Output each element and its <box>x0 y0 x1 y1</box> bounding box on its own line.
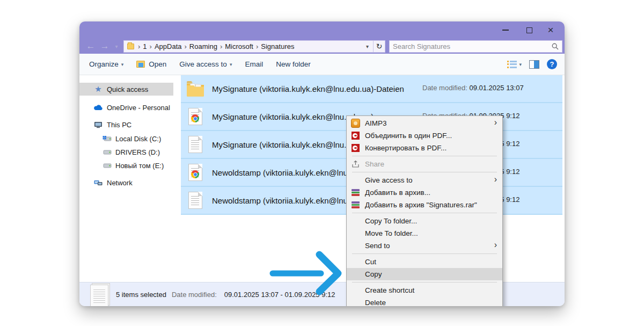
menu-item-copy[interactable]: Copy <box>347 268 502 280</box>
dropdown-arrow-icon: ▾ <box>230 62 232 67</box>
refresh-icon: ↻ <box>376 42 383 50</box>
change-view-button[interactable]: ▾ <box>507 60 522 69</box>
menu-item-label: Share <box>365 160 384 168</box>
computer-icon <box>93 121 103 128</box>
open-label: Open <box>149 60 166 68</box>
pdf-tool-icon <box>352 144 360 152</box>
breadcrumb-segment-appdata[interactable]: AppData <box>152 42 184 50</box>
address-bar[interactable]: › 1 › AppData › Roaming › Microsoft › Si… <box>123 40 374 53</box>
open-button[interactable]: Open <box>130 54 173 75</box>
close-icon: × <box>547 24 553 36</box>
sidebar-item-network[interactable]: Network <box>79 176 133 189</box>
view-controls: ▾ ? <box>507 59 565 69</box>
breadcrumb-segment-microsoft[interactable]: Microsoft <box>223 42 255 50</box>
menu-item-label: Send to <box>365 242 390 250</box>
menu-item-delete[interactable]: Delete <box>347 296 502 306</box>
menu-item-send-to[interactable]: Send to › <box>347 240 502 252</box>
status-date-label: Date modified: <box>172 291 217 299</box>
help-icon[interactable]: ? <box>547 59 557 69</box>
email-button[interactable]: Email <box>238 54 269 75</box>
menu-separator <box>352 253 497 254</box>
sidebar-item-quick-access[interactable]: ★ Quick access <box>79 83 173 96</box>
sidebar-item-onedrive[interactable]: OneDrive - Personal <box>79 101 170 114</box>
address-dropdown-icon[interactable]: ▾ <box>364 44 371 49</box>
give-access-label: Give access to <box>179 60 227 68</box>
window-chrome: × ← → ▾ › 1 › AppData › Roaming › Micros… <box>79 21 565 54</box>
forward-icon[interactable]: → <box>98 41 112 52</box>
menu-item-label: AIMP3 <box>365 119 387 127</box>
maximize-icon <box>526 27 532 33</box>
menu-item-label: Delete <box>365 299 386 306</box>
menu-item-label: Copy To folder... <box>365 217 417 225</box>
menu-item-label: Give access to <box>365 176 413 184</box>
breadcrumb-segment-roaming[interactable]: Roaming <box>187 42 219 50</box>
search-input[interactable] <box>393 42 552 50</box>
back-icon[interactable]: ← <box>84 41 98 52</box>
menu-separator <box>352 213 497 213</box>
titlebar[interactable]: × <box>79 21 565 39</box>
sidebar-item-drivers-d[interactable]: DRIVERS (D:) <box>79 146 160 158</box>
menu-item-move-to-folder[interactable]: Move To folder... <box>347 227 502 240</box>
new-folder-label: New folder <box>276 60 311 68</box>
menu-item-copy-to-folder[interactable]: Copy To folder... <box>347 215 502 227</box>
navigation-sidebar: ★ Quick access OneDrive - Personal This … <box>79 75 177 282</box>
menu-item-give-access-to[interactable]: Give access to › <box>347 174 502 186</box>
submenu-arrow-icon: › <box>494 118 497 127</box>
minimize-icon <box>502 30 509 31</box>
menu-item-label: Конвертировать в PDF... <box>365 144 447 152</box>
sidebar-item-local-disk-c[interactable]: Local Disk (C:) <box>79 132 161 145</box>
aimp-icon <box>351 119 360 128</box>
menu-item-cut[interactable]: Cut <box>347 256 502 268</box>
preview-pane-icon[interactable] <box>529 60 539 69</box>
cloud-icon <box>93 105 103 111</box>
share-icon <box>351 160 360 169</box>
submenu-arrow-icon: › <box>494 240 497 250</box>
menu-separator <box>352 156 497 156</box>
refresh-button[interactable]: ↻ <box>374 40 385 53</box>
sidebar-item-label: Network <box>107 179 133 187</box>
close-button[interactable]: × <box>539 21 562 39</box>
windows-drive-icon <box>102 135 112 142</box>
organize-button[interactable]: Organize ▾ <box>83 54 130 75</box>
menu-item-create-shortcut[interactable]: Create shortcut <box>347 284 502 296</box>
file-row-folder[interactable]: MySignature (viktoriia.kulyk.ekn@lnu.edu… <box>181 75 562 103</box>
search-icon <box>552 43 559 50</box>
dropdown-arrow-icon: ▾ <box>519 62 522 67</box>
dropdown-arrow-icon: ▾ <box>121 62 124 67</box>
text-file-icon <box>186 191 204 210</box>
submenu-arrow-icon: › <box>494 175 497 184</box>
winrar-icon <box>352 189 360 197</box>
selection-count: 5 items selected <box>116 291 166 299</box>
minimize-button[interactable] <box>494 21 517 39</box>
menu-item-label: Добавить в архив... <box>365 189 430 197</box>
winrar-icon <box>352 201 360 209</box>
search-box[interactable] <box>389 40 562 53</box>
give-access-button[interactable]: Give access to ▾ <box>173 54 238 75</box>
open-folder-icon <box>136 61 145 68</box>
menu-item-combine-pdf[interactable]: Объединить в один PDF... <box>347 129 502 142</box>
breadcrumb-segment-signatures[interactable]: Signatures <box>259 42 296 50</box>
pdf-tool-icon <box>352 132 360 140</box>
sidebar-item-this-pc[interactable]: This PC <box>79 118 131 131</box>
sidebar-item-label: Local Disk (C:) <box>115 135 161 143</box>
menu-item-aimp3[interactable]: AIMP3 › <box>347 117 502 129</box>
command-toolbar: Organize ▾ Open Give access to ▾ Email N… <box>79 54 565 75</box>
chrome-html-file-icon <box>186 163 204 182</box>
menu-item-add-to-archive[interactable]: Добавить в архив... <box>347 186 502 199</box>
menu-item-share[interactable]: Share <box>347 158 502 170</box>
recent-locations-chevron-icon[interactable]: ▾ <box>112 44 121 49</box>
menu-item-label: Добавить в архив "Signatures.rar" <box>365 201 477 209</box>
star-icon: ★ <box>93 84 103 94</box>
menu-separator <box>352 282 497 282</box>
menu-item-add-to-archive-named[interactable]: Добавить в архив "Signatures.rar" <box>347 199 502 211</box>
menu-item-label: Copy <box>365 270 382 278</box>
menu-item-label: Объединить в один PDF... <box>365 132 452 140</box>
list-view-icon <box>507 60 517 69</box>
maximize-button[interactable] <box>517 21 541 39</box>
new-folder-button[interactable]: New folder <box>269 54 317 75</box>
sidebar-item-new-volume-e[interactable]: Новый том (E:) <box>79 159 164 172</box>
sidebar-item-label: OneDrive - Personal <box>107 104 170 112</box>
menu-item-convert-pdf[interactable]: Конвертировать в PDF... <box>347 142 502 154</box>
breadcrumb-segment-1[interactable]: 1 <box>141 42 149 50</box>
date-modified-label: Date modified: <box>422 84 467 92</box>
